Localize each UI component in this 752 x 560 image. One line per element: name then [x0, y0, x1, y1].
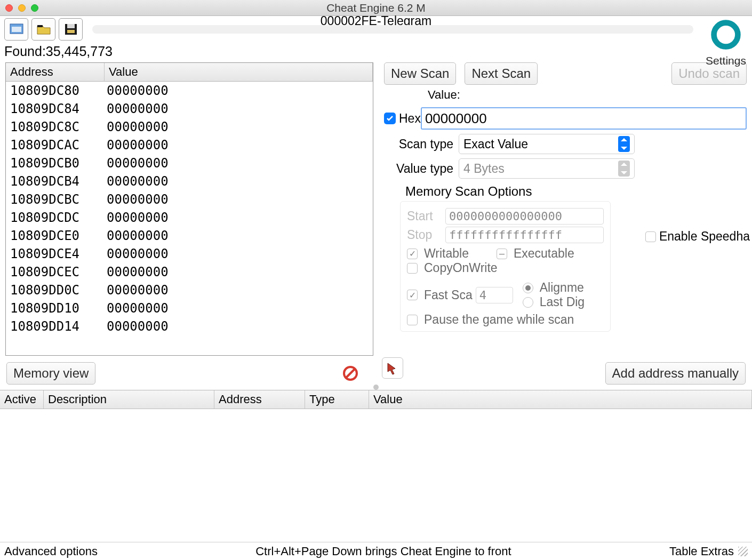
table-extras-button[interactable]: Table Extras — [669, 545, 734, 558]
value-type-select[interactable]: 4 Bytes — [459, 158, 635, 179]
resize-grip-icon[interactable] — [738, 547, 748, 556]
value-type-label: Value type — [384, 162, 453, 176]
cheat-engine-logo[interactable]: Settings — [702, 19, 750, 67]
result-row[interactable]: 10809DC8000000000 — [6, 82, 373, 100]
found-count: Found:35,445,773 — [0, 44, 752, 59]
memory-view-button[interactable]: Memory view — [6, 362, 95, 385]
result-row[interactable]: 10809DCE400000000 — [6, 245, 373, 263]
result-row[interactable]: 10809DD0C00000000 — [6, 281, 373, 299]
ct-col-address[interactable]: Address — [214, 390, 305, 409]
ct-col-description[interactable]: Description — [44, 390, 214, 409]
scan-type-select[interactable]: Exact Value — [459, 134, 635, 154]
value-label: Value: — [428, 88, 747, 102]
settings-label: Settings — [706, 54, 746, 67]
scan-results-list[interactable]: Address Value 10809DC800000000010809DC84… — [5, 62, 373, 356]
ct-col-type[interactable]: Type — [305, 390, 369, 409]
svg-rect-4 — [67, 24, 75, 28]
open-process-button[interactable] — [4, 18, 28, 41]
scan-value-input[interactable] — [421, 107, 747, 130]
ct-col-value[interactable]: Value — [369, 390, 752, 409]
svg-rect-5 — [67, 30, 75, 33]
scan-type-label: Scan type — [384, 137, 453, 151]
new-scan-button[interactable]: New Scan — [384, 62, 456, 85]
memory-scan-options-panel: Start Stop Writable Executable CopyOnWri… — [400, 201, 611, 332]
writable-checkbox[interactable] — [407, 249, 418, 259]
footer-hint: Ctrl+Alt+Page Down brings Cheat Engine t… — [255, 545, 511, 558]
results-col-address[interactable]: Address — [6, 63, 105, 81]
result-row[interactable]: 10809DC8C00000000 — [6, 118, 373, 136]
memory-scan-options-title: Memory Scan Options — [405, 184, 747, 199]
ct-col-active[interactable]: Active — [0, 390, 44, 409]
result-row[interactable]: 10809DCBC00000000 — [6, 190, 373, 209]
scan-progress — [92, 25, 693, 34]
result-row[interactable]: 10809DCB400000000 — [6, 172, 373, 190]
enable-speedhack-checkbox[interactable] — [645, 231, 656, 242]
scan-start-input[interactable] — [445, 208, 604, 225]
fastscan-checkbox[interactable] — [407, 290, 418, 300]
result-row[interactable]: 10809DCE000000000 — [6, 227, 373, 245]
copyonwrite-checkbox[interactable] — [407, 263, 418, 274]
advanced-options-button[interactable]: Advanced options — [4, 545, 98, 558]
svg-rect-7 — [724, 21, 728, 25]
scan-stop-input[interactable] — [445, 227, 604, 243]
svg-rect-10 — [737, 33, 740, 37]
open-file-button[interactable] — [31, 18, 55, 41]
pause-game-checkbox[interactable] — [407, 315, 418, 325]
save-button[interactable] — [59, 18, 83, 41]
enable-speedhack-label: Enable Speedha — [659, 229, 750, 244]
result-row[interactable]: 10809DD1400000000 — [6, 317, 373, 335]
svg-line-12 — [346, 369, 355, 378]
hex-checkbox[interactable] — [384, 113, 396, 124]
result-row[interactable]: 10809DCAC00000000 — [6, 136, 373, 154]
lastdigits-radio[interactable] — [523, 297, 533, 308]
svg-point-6 — [714, 23, 738, 47]
result-row[interactable]: 10809DCDC00000000 — [6, 209, 373, 227]
alignment-radio[interactable] — [523, 283, 533, 293]
svg-rect-2 — [37, 25, 43, 27]
results-col-value[interactable]: Value — [105, 63, 373, 81]
splitter-handle[interactable] — [0, 385, 752, 390]
add-to-table-button[interactable] — [382, 357, 403, 379]
clear-list-icon[interactable] — [342, 365, 359, 382]
result-row[interactable]: 10809DC8400000000 — [6, 100, 373, 118]
svg-rect-8 — [724, 45, 728, 49]
result-row[interactable]: 10809DCEC00000000 — [6, 263, 373, 281]
hex-label: Hex — [399, 111, 421, 126]
result-row[interactable]: 10809DD1000000000 — [6, 299, 373, 317]
add-address-button[interactable]: Add address manually — [605, 362, 746, 385]
result-row[interactable]: 10809DCB000000000 — [6, 154, 373, 172]
next-scan-button[interactable]: Next Scan — [465, 62, 538, 85]
cheat-table[interactable]: Active Description Address Type Value — [0, 390, 752, 526]
fastscan-value-input[interactable] — [476, 287, 513, 303]
executable-checkbox[interactable] — [497, 249, 507, 259]
svg-rect-1 — [12, 27, 21, 32]
svg-rect-9 — [712, 33, 716, 37]
window-title: Cheat Engine 6.2 M — [0, 2, 752, 14]
